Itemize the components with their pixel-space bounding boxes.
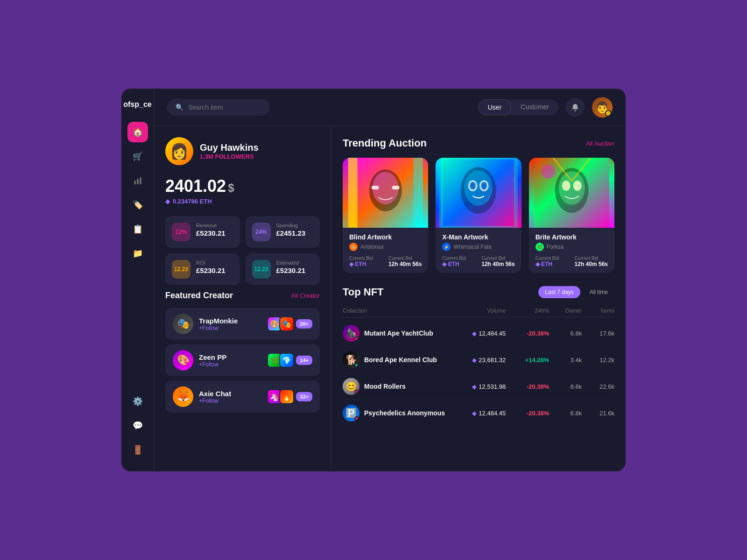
creator-trapmonkie-follow[interactable]: +Follow (199, 325, 238, 331)
followers-count: 1.3M (200, 153, 213, 160)
bid-label-blind: Current Bid (349, 256, 373, 261)
svg-point-23 (573, 181, 581, 191)
auction-card-brite[interactable]: Brite Artwork 🌿 Forksa Current Bid ◆ ETH (529, 158, 614, 273)
sidebar-item-cart[interactable]: 🛒 (127, 146, 148, 167)
customer-tab[interactable]: Customer (511, 99, 558, 115)
sidebar-item-settings[interactable]: ⚙️ (127, 391, 148, 412)
nft-volume-moodrollers: ◆ 12,531.98 (451, 383, 506, 390)
creator-dot-blind: 🎨 (349, 243, 358, 251)
sidebar-item-list[interactable]: 📋 (127, 219, 148, 239)
stat-card-spending: 24% Spending £2451.23 (246, 216, 320, 248)
creator-trapmonkie-name: TrapMonkie (199, 317, 238, 325)
sidebar-item-messages[interactable]: 💬 (127, 415, 148, 436)
volume-value-mutantape: 12,484.45 (479, 330, 506, 337)
nft-row-psychedelics[interactable]: 🅿️ Psychedelics Anonymous ◆ 12,484.45 -2… (343, 400, 614, 427)
notification-button[interactable] (566, 98, 585, 117)
auction-card-xman[interactable]: X-Man Artwork ⚡ Whimsical Fate Current B… (436, 158, 521, 273)
body-content: 👩 Guy Hawkins 1.3M FOLLOWERS 2401.02 (154, 126, 626, 471)
all-auction-link[interactable]: All Auction (586, 140, 614, 147)
creator-trapmonkie-count: 20+ (296, 319, 312, 329)
revenue-icon: 12% (172, 223, 190, 241)
search-input[interactable] (188, 104, 261, 111)
all-creator-link[interactable]: All Creator (291, 292, 320, 299)
spending-percent: 24% (255, 229, 267, 235)
bid-label-xman: Current Bid (442, 256, 466, 261)
creator-name-brite: Forksa (547, 244, 564, 250)
creator-trapmonkie-left: 🎭 TrapMonkie +Follow (173, 314, 238, 334)
creator-axiechat[interactable]: 🦊 Axie Chat +Follow 🦄 🔥 32+ (165, 381, 320, 413)
bid-row-xman: Current Bid ◆ ETH Current Bid 12h 40m 56… (442, 256, 514, 267)
sidebar-item-tag[interactable]: 🏷️ (127, 195, 148, 215)
col-24h: 24h% (506, 308, 549, 314)
creator-trapmonkie-info: TrapMonkie +Follow (199, 317, 238, 331)
header: 🔍 User Customer 👨 ✓ (154, 89, 626, 126)
col-owner: Owner (549, 308, 582, 314)
app-logo: ofsp_ce (123, 100, 151, 109)
creator-trapmonkie-avatar: 🎭 (173, 314, 193, 334)
svg-rect-7 (372, 186, 379, 189)
revenue-label: Revenue (196, 223, 226, 228)
time-btn-alltime[interactable]: All time (583, 286, 614, 298)
revenue-info: Revenue £5230.21 (196, 223, 226, 237)
spending-value: £2451.23 (276, 229, 306, 237)
sidebar-item-chart[interactable] (127, 170, 148, 191)
timer-info-xman: Current Bid 12h 40m 56s (481, 256, 514, 267)
svg-rect-9 (348, 158, 358, 228)
nft-volume-psychedelics: ◆ 12,484.45 (451, 410, 506, 417)
user-avatar[interactable]: 👨 ✓ (592, 97, 613, 118)
auction-creator-blind: 🎨 Aristonax (349, 243, 422, 251)
nft-row-moodrollers[interactable]: 😊 Mood Rollers ◆ 12,531.98 -20.38% 8.6k (343, 373, 614, 400)
svg-rect-8 (392, 186, 400, 189)
creator-axiechat-count: 32+ (296, 392, 312, 401)
search-bar[interactable]: 🔍 (167, 99, 270, 116)
sidebar-item-folder[interactable]: 📁 (127, 243, 148, 264)
nft-items-mutantape: 17.6k (582, 330, 614, 337)
svg-point-3 (575, 110, 576, 111)
timer-label-brite: Current Bid (575, 256, 608, 261)
creator-name-blind: Aristonax (360, 244, 384, 250)
svg-rect-1 (137, 179, 139, 184)
balance-section: 2401.02 $ ◆ 0.234786 ETH (165, 176, 320, 205)
creator-trapmonkie-previews: 🎨 🎭 20+ (270, 316, 312, 331)
nft-owner-mutantape: 6.8k (549, 330, 582, 337)
nft-status-mutantape (354, 336, 359, 341)
nft-volume-boredape: ◆ 23,681.32 (451, 357, 506, 364)
nft-avatar-moodrollers: 😊 (343, 378, 359, 395)
volume-value-psychedelics: 12,484.45 (479, 410, 506, 417)
creator-axiechat-avatar: 🦊 (173, 386, 193, 407)
creator-dot-xman: ⚡ (442, 243, 451, 251)
auction-title-blind: Blind Artwork (349, 233, 422, 241)
nft-row-boredape[interactable]: 🐕 Bored Ape Kennel Club ◆ 23,681.32 +14.… (343, 347, 614, 373)
roi-percent: 12.23 (174, 266, 188, 273)
sidebar-item-logout[interactable]: 🚪 (127, 440, 148, 460)
profile-info: Guy Hawkins 1.3M FOLLOWERS (200, 142, 259, 160)
roi-info: ROI £5230.21 (196, 260, 226, 274)
auction-body-xman: X-Man Artwork ⚡ Whimsical Fate Current B… (436, 228, 521, 273)
nft-name-psychedelics: Psychedelics Anonymous (364, 409, 445, 417)
timer-info-blind: Current Bid 12h 40m 56s (388, 256, 422, 267)
creator-axiechat-follow[interactable]: +Follow (199, 398, 231, 404)
nft-row-mutantape[interactable]: 🦍 Mutant Ape YachtClub ◆ 12,484.45 -20.3… (343, 320, 614, 347)
sidebar-item-home[interactable]: 🏠 (127, 122, 148, 142)
user-tab[interactable]: User (478, 99, 512, 115)
creator-trapmonkie[interactable]: 🎭 TrapMonkie +Follow 🎨 🎭 20+ (165, 308, 320, 340)
creator-zeenpp[interactable]: 🎨 Zeen PP +Follow 🌿 💎 14+ (165, 344, 320, 376)
creator-zeenpp-follow[interactable]: +Follow (199, 361, 226, 368)
nft-volume-mutantape: ◆ 12,484.45 (451, 330, 506, 337)
balance-value: 2401.02 (165, 176, 226, 196)
nft-avatar-psychedelics: 🅿️ (343, 405, 359, 421)
svg-rect-10 (414, 158, 423, 228)
roi-value: £5230.21 (196, 266, 226, 274)
stat-card-revenue: 12% Revenue £5230.21 (165, 216, 240, 248)
top-nft-title: Top NFT (343, 286, 384, 298)
creator-axiechat-name: Axie Chat (199, 390, 231, 398)
nft-table-header: Collection Volume 24h% Owner Items (343, 305, 614, 317)
timer-info-brite: Current Bid 12h 40m 56s (575, 256, 608, 267)
nft-name-boredape: Bored Ape Kennel Club (364, 356, 437, 364)
nft-items-boredape: 12.2k (582, 357, 614, 364)
bid-info-blind: Current Bid ◆ ETH (349, 256, 373, 267)
auction-card-blind[interactable]: Blind Artwork 🎨 Aristonax Current Bid ◆ … (343, 158, 428, 273)
followers-label: FOLLOWERS (215, 153, 254, 160)
nft-status-moodrollers (354, 390, 359, 394)
time-btn-7days[interactable]: Last 7 days (538, 286, 580, 298)
